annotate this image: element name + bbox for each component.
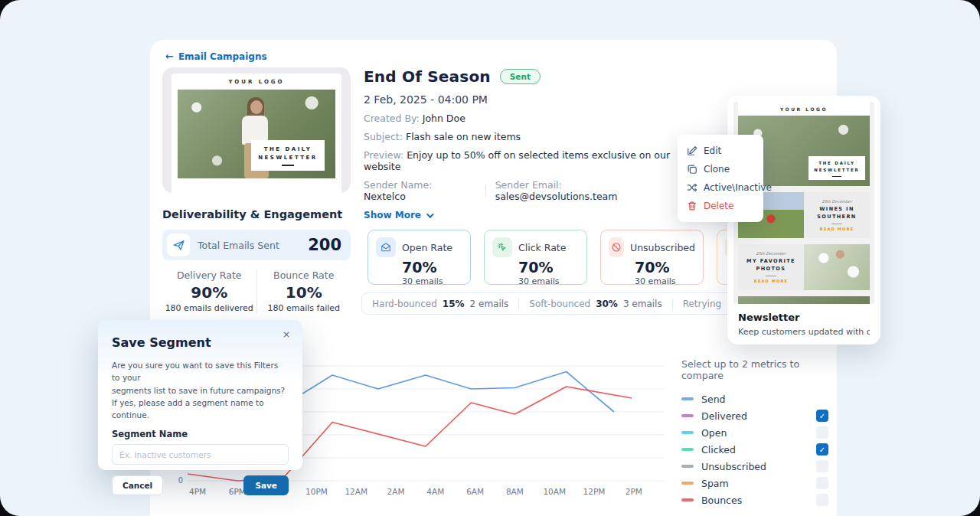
legend-label: Send bbox=[701, 394, 808, 405]
paper-plane-icon bbox=[167, 234, 190, 256]
metric-compare-panel: Select up to 2 metrics to compare SendDe… bbox=[681, 358, 828, 508]
bounce-breakdown-bar: Hard-bounced 15% 2 emails Soft-bounced 3… bbox=[361, 292, 743, 315]
metric-checkbox-unsubscribed[interactable] bbox=[816, 460, 828, 472]
menu-item-active-inactive[interactable]: Active\Inactive bbox=[678, 178, 763, 197]
read-more-link[interactable]: READ MORE bbox=[820, 227, 854, 231]
close-icon[interactable]: × bbox=[283, 329, 290, 340]
newsletter-card-footer: Newsletter Keep customers updated with o… bbox=[733, 304, 874, 337]
show-more-button[interactable]: Show More bbox=[364, 210, 685, 220]
metric-checkbox-clicked[interactable]: ✓ bbox=[816, 443, 828, 456]
click-icon bbox=[492, 237, 512, 257]
newsletter-preview: YOUR LOGO THE DAILY NESWLETTER bbox=[172, 73, 341, 193]
clone-icon bbox=[687, 164, 697, 175]
sender-name: Sender Name: Nextelco bbox=[364, 179, 476, 202]
legend-title: Select up to 2 metrics to compare bbox=[681, 358, 828, 381]
legend-swatch bbox=[681, 431, 694, 434]
section-heading-deliverability: Deliverability & Engagement bbox=[162, 208, 342, 220]
metric-checkbox-open[interactable] bbox=[816, 426, 828, 439]
template-name: Newsletter bbox=[738, 312, 870, 323]
shuffle-icon bbox=[687, 182, 697, 193]
legend-label: Delivered bbox=[701, 410, 808, 422]
metric-checkbox-delivered[interactable]: ✓ bbox=[816, 410, 828, 422]
divider bbox=[485, 185, 486, 197]
total-emails-sent-card: Total Emails Sent 200 bbox=[162, 230, 351, 260]
legend-item-open: Open bbox=[681, 424, 828, 441]
cancel-button[interactable]: Cancel bbox=[112, 475, 163, 495]
back-to-email-campaigns-link[interactable]: ← Email Campaigns bbox=[165, 51, 267, 62]
segment-name-label: Segment Name bbox=[112, 429, 289, 439]
svg-text:10AM: 10AM bbox=[543, 487, 566, 496]
app-background: ← Email Campaigns YOUR LOGO THE DAILY NE… bbox=[0, 0, 980, 516]
stat-hard-bounced: Hard-bounced 15% 2 emails bbox=[362, 299, 518, 309]
legend-item-bounces: Bounces bbox=[681, 492, 828, 508]
preview-text-row: Preview: Enjoy up to 50% off on selected… bbox=[364, 149, 685, 172]
left-arrow-icon: ← bbox=[165, 51, 174, 62]
svg-text:2PM: 2PM bbox=[626, 487, 642, 496]
legend-item-delivered: Delivered✓ bbox=[681, 407, 828, 424]
bounce-rate: Bounce Rate 10% 180 emails failed bbox=[256, 269, 351, 313]
stat-soft-bounced: Soft-bounced 30% 3 emails bbox=[518, 299, 671, 309]
sender-row: Sender Name: Nextelco Sender Email: sale… bbox=[364, 179, 685, 202]
newsletter-article-photos: 25th December MY FAVORITEPHOTOS READ MOR… bbox=[738, 244, 870, 290]
svg-text:12AM: 12AM bbox=[345, 487, 368, 496]
legend-swatch bbox=[681, 482, 694, 485]
campaign-datetime: 2 Feb, 2025 - 04:00 PM bbox=[364, 93, 685, 106]
modal-title: Save Segment bbox=[112, 335, 289, 350]
envelope-open-icon bbox=[376, 237, 396, 257]
click-rate-card: Click Rate 70% 30 emails bbox=[484, 230, 587, 285]
newsletter-logo-text: YOUR LOGO bbox=[738, 102, 870, 116]
total-emails-label: Total Emails Sent bbox=[198, 240, 300, 251]
template-description: Keep customers updated with our dail... bbox=[738, 327, 870, 337]
campaign-actions-menu: Edit Clone Active\Inactive Delete bbox=[678, 135, 763, 222]
svg-text:8AM: 8AM bbox=[506, 487, 524, 496]
svg-text:10PM: 10PM bbox=[305, 487, 328, 496]
legend-item-spam: Spam bbox=[681, 475, 828, 492]
legend-item-clicked: Clicked✓ bbox=[681, 441, 828, 458]
segment-name-input[interactable] bbox=[112, 444, 289, 465]
legend-label: Bounces bbox=[701, 495, 808, 506]
newsletter-title-banner: THE DAILY NESWLETTER bbox=[808, 156, 865, 180]
open-rate-card: Open Rate 70% 30 emails bbox=[368, 230, 471, 285]
modal-body-text: Are you sure you want to save this Filte… bbox=[112, 359, 289, 421]
trash-icon bbox=[687, 201, 697, 211]
legend-swatch bbox=[681, 465, 694, 468]
legend-item-unsubscribed: Unsubscribed bbox=[681, 458, 828, 475]
status-badge: Sent bbox=[500, 69, 541, 84]
total-emails-value: 200 bbox=[308, 236, 341, 254]
article-photo-partial bbox=[738, 296, 870, 304]
metric-checkbox-spam[interactable] bbox=[816, 477, 828, 489]
metric-checkbox-bounces[interactable] bbox=[816, 494, 828, 506]
newsletter-hero-photo: THE DAILY NESWLETTER bbox=[178, 90, 335, 178]
article-photo bbox=[804, 244, 870, 290]
newsletter-title-banner: THE DAILY NESWLETTER bbox=[251, 140, 325, 171]
svg-text:2AM: 2AM bbox=[387, 487, 405, 496]
read-more-link[interactable]: READ MORE bbox=[754, 279, 788, 283]
save-button[interactable]: Save bbox=[243, 475, 289, 495]
legend-swatch bbox=[681, 498, 694, 501]
menu-item-delete[interactable]: Delete bbox=[678, 197, 763, 215]
legend-label: Unsubscribed bbox=[701, 461, 808, 472]
page-title: End Of Season bbox=[364, 67, 491, 86]
unsubscribed-card: Unsubscribed 70% 30 emails bbox=[600, 230, 704, 285]
subject-row: Subject: Flash sale on new items bbox=[364, 131, 685, 142]
campaign-details: End Of Season Sent 2 Feb, 2025 - 04:00 P… bbox=[364, 67, 685, 220]
menu-item-edit[interactable]: Edit bbox=[678, 142, 763, 160]
back-link-label: Email Campaigns bbox=[178, 51, 267, 62]
legend-swatch bbox=[681, 448, 694, 451]
svg-text:12PM: 12PM bbox=[583, 487, 606, 496]
delivery-rate: Delivery Rate 90% 180 emails delivered bbox=[162, 269, 256, 313]
legend-label: Open bbox=[701, 427, 808, 439]
legend-label: Spam bbox=[701, 478, 808, 489]
delivery-bounce-row: Delivery Rate 90% 180 emails delivered B… bbox=[162, 269, 351, 313]
svg-text:6AM: 6AM bbox=[466, 487, 484, 496]
svg-text:4AM: 4AM bbox=[426, 487, 444, 496]
campaign-template-thumbnail[interactable]: YOUR LOGO THE DAILY NESWLETTER bbox=[162, 67, 351, 193]
legend-swatch bbox=[681, 414, 694, 417]
menu-item-clone[interactable]: Clone bbox=[678, 160, 763, 178]
legend-item-send: Send bbox=[681, 390, 828, 407]
created-by-row: Created By: John Doe bbox=[364, 113, 685, 124]
legend-swatch bbox=[681, 397, 694, 400]
newsletter-logo-text: YOUR LOGO bbox=[172, 73, 341, 90]
edit-icon bbox=[687, 145, 697, 156]
blocked-icon bbox=[609, 237, 624, 257]
